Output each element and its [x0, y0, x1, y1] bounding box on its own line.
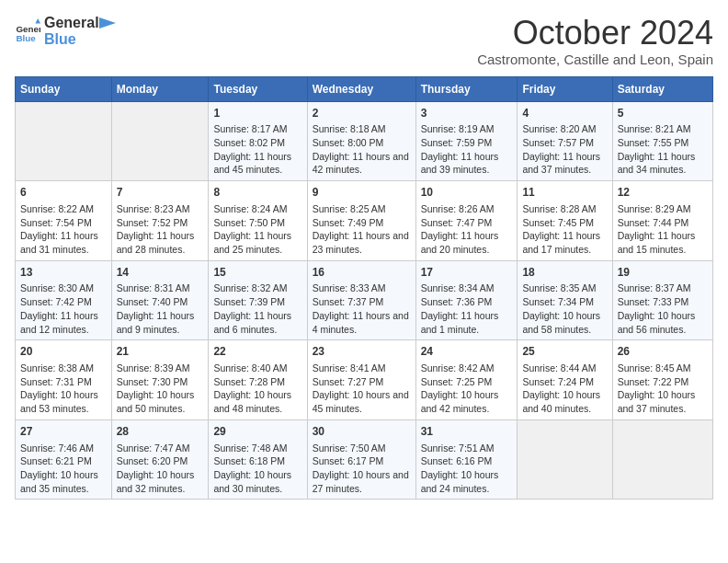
- cell-content-line: Daylight: 11 hours and 4 minutes.: [313, 309, 411, 336]
- cell-content-line: Daylight: 11 hours and 1 minute.: [421, 309, 513, 336]
- day-number: 13: [20, 265, 107, 281]
- cell-content-line: Sunrise: 7:50 AM: [313, 442, 411, 455]
- calendar-week-row: 6Sunrise: 8:22 AMSunset: 7:54 PMDaylight…: [16, 181, 713, 261]
- calendar-cell: 19Sunrise: 8:37 AMSunset: 7:33 PMDayligh…: [612, 260, 712, 340]
- calendar-cell: 7Sunrise: 8:23 AMSunset: 7:52 PMDaylight…: [111, 181, 209, 261]
- cell-content-line: Sunrise: 7:51 AM: [421, 442, 513, 455]
- calendar-cell: 31Sunrise: 7:51 AMSunset: 6:16 PMDayligh…: [415, 419, 518, 500]
- day-number: 28: [117, 424, 204, 440]
- cell-content-line: Sunrise: 7:47 AM: [117, 442, 204, 455]
- calendar-cell: 23Sunrise: 8:41 AMSunset: 7:27 PMDayligh…: [307, 340, 415, 420]
- cell-content-line: Daylight: 11 hours and 39 minutes.: [421, 150, 513, 177]
- calendar-cell: 24Sunrise: 8:42 AMSunset: 7:25 PMDayligh…: [415, 340, 518, 420]
- calendar-cell: 16Sunrise: 8:33 AMSunset: 7:37 PMDayligh…: [307, 260, 415, 340]
- calendar-cell: 11Sunrise: 8:28 AMSunset: 7:45 PMDayligh…: [518, 181, 612, 261]
- cell-content-line: Sunset: 7:28 PM: [213, 375, 301, 389]
- calendar-table: SundayMondayTuesdayWednesdayThursdayFrid…: [15, 76, 713, 500]
- cell-content-line: Sunset: 7:59 PM: [421, 136, 513, 150]
- cell-content-line: Daylight: 10 hours and 27 minutes.: [313, 468, 411, 495]
- day-number: 12: [618, 185, 708, 201]
- cell-content-line: Daylight: 11 hours and 28 minutes.: [117, 229, 204, 256]
- day-number: 9: [313, 185, 411, 201]
- day-number: 18: [522, 265, 607, 281]
- day-number: 25: [522, 344, 607, 360]
- day-number: 19: [618, 265, 708, 281]
- day-number: 24: [421, 344, 513, 360]
- calendar-week-row: 13Sunrise: 8:30 AMSunset: 7:42 PMDayligh…: [16, 260, 713, 340]
- cell-content-line: Sunrise: 8:23 AM: [117, 202, 204, 216]
- cell-content-line: Sunset: 7:55 PM: [618, 136, 708, 150]
- page-header: General Blue General Blue October 2024 C…: [15, 15, 713, 67]
- cell-content-line: Daylight: 10 hours and 48 minutes.: [213, 388, 301, 415]
- calendar-cell: 14Sunrise: 8:31 AMSunset: 7:40 PMDayligh…: [111, 260, 209, 340]
- calendar-cell: [612, 419, 712, 500]
- calendar-cell: 9Sunrise: 8:25 AMSunset: 7:49 PMDaylight…: [307, 181, 415, 261]
- cell-content-line: Sunrise: 8:42 AM: [421, 362, 513, 375]
- cell-content-line: Sunrise: 8:24 AM: [213, 202, 301, 216]
- cell-content-line: Sunset: 7:30 PM: [117, 375, 204, 389]
- cell-content-line: Sunrise: 8:44 AM: [522, 362, 607, 375]
- calendar-cell: [518, 419, 612, 500]
- cell-content-line: Sunset: 7:52 PM: [117, 216, 204, 230]
- cell-content-line: Sunset: 7:37 PM: [313, 295, 411, 309]
- cell-content-line: Sunrise: 8:35 AM: [522, 282, 607, 295]
- header-monday: Monday: [111, 76, 209, 101]
- header-wednesday: Wednesday: [307, 76, 415, 101]
- svg-text:Blue: Blue: [16, 33, 36, 43]
- calendar-week-row: 20Sunrise: 8:38 AMSunset: 7:31 PMDayligh…: [16, 340, 713, 420]
- calendar-cell: 29Sunrise: 7:48 AMSunset: 6:18 PMDayligh…: [209, 419, 307, 500]
- cell-content-line: Sunset: 6:20 PM: [117, 454, 204, 468]
- calendar-cell: 22Sunrise: 8:40 AMSunset: 7:28 PMDayligh…: [209, 340, 307, 420]
- day-number: 14: [117, 265, 204, 281]
- cell-content-line: Daylight: 10 hours and 56 minutes.: [618, 309, 708, 336]
- cell-content-line: Daylight: 11 hours and 23 minutes.: [313, 229, 411, 256]
- cell-content-line: Daylight: 11 hours and 9 minutes.: [117, 309, 204, 336]
- cell-content-line: Daylight: 11 hours and 12 minutes.: [20, 309, 107, 336]
- calendar-cell: 30Sunrise: 7:50 AMSunset: 6:17 PMDayligh…: [307, 419, 415, 500]
- calendar-cell: 10Sunrise: 8:26 AMSunset: 7:47 PMDayligh…: [415, 181, 518, 261]
- calendar-cell: 3Sunrise: 8:19 AMSunset: 7:59 PMDaylight…: [415, 101, 518, 181]
- calendar-cell: 25Sunrise: 8:44 AMSunset: 7:24 PMDayligh…: [518, 340, 612, 420]
- day-number: 3: [421, 106, 513, 121]
- calendar-cell: 4Sunrise: 8:20 AMSunset: 7:57 PMDaylight…: [518, 101, 612, 181]
- day-number: 31: [421, 424, 513, 440]
- cell-content-line: Sunrise: 7:48 AM: [213, 442, 301, 455]
- cell-content-line: Daylight: 10 hours and 53 minutes.: [20, 388, 107, 415]
- cell-content-line: Daylight: 10 hours and 58 minutes.: [522, 309, 607, 336]
- cell-content-line: Daylight: 10 hours and 35 minutes.: [20, 468, 107, 495]
- cell-content-line: Daylight: 10 hours and 45 minutes.: [313, 388, 411, 415]
- cell-content-line: Sunrise: 8:33 AM: [313, 282, 411, 295]
- cell-content-line: Sunset: 7:44 PM: [618, 216, 708, 230]
- header-friday: Friday: [518, 76, 612, 101]
- header-sunday: Sunday: [16, 76, 112, 101]
- cell-content-line: Sunset: 7:34 PM: [522, 295, 607, 309]
- cell-content-line: Sunrise: 8:38 AM: [20, 362, 107, 375]
- calendar-cell: 13Sunrise: 8:30 AMSunset: 7:42 PMDayligh…: [16, 260, 112, 340]
- day-number: 22: [213, 344, 301, 360]
- cell-content-line: Sunset: 7:31 PM: [20, 375, 107, 389]
- day-number: 29: [213, 424, 301, 440]
- day-number: 6: [20, 185, 107, 201]
- day-number: 1: [213, 106, 301, 121]
- cell-content-line: Daylight: 11 hours and 45 minutes.: [213, 150, 301, 177]
- header-saturday: Saturday: [612, 76, 712, 101]
- day-number: 27: [20, 424, 107, 440]
- cell-content-line: Sunrise: 8:32 AM: [213, 282, 301, 295]
- cell-content-line: Sunset: 7:54 PM: [20, 216, 107, 230]
- header-tuesday: Tuesday: [209, 76, 307, 101]
- cell-content-line: Sunset: 7:47 PM: [421, 216, 513, 230]
- day-number: 16: [313, 265, 411, 281]
- calendar-cell: [111, 101, 209, 181]
- cell-content-line: Daylight: 10 hours and 30 minutes.: [213, 468, 301, 495]
- cell-content-line: Sunset: 7:24 PM: [522, 375, 607, 389]
- day-number: 7: [117, 185, 204, 201]
- cell-content-line: Sunset: 7:22 PM: [618, 375, 708, 389]
- cell-content-line: Sunset: 6:18 PM: [213, 454, 301, 468]
- cell-content-line: Sunrise: 8:37 AM: [618, 282, 708, 295]
- calendar-cell: 1Sunrise: 8:17 AMSunset: 8:02 PMDaylight…: [209, 101, 307, 181]
- cell-content-line: Sunset: 7:57 PM: [522, 136, 607, 150]
- day-number: 23: [313, 344, 411, 360]
- cell-content-line: Daylight: 11 hours and 31 minutes.: [20, 229, 107, 256]
- cell-content-line: Sunrise: 8:17 AM: [213, 122, 301, 136]
- cell-content-line: Sunset: 7:50 PM: [213, 216, 301, 230]
